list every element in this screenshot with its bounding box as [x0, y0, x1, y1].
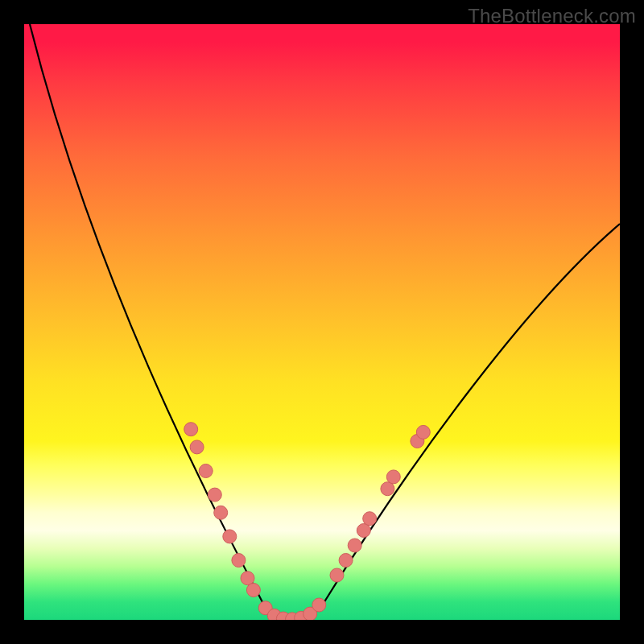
plot-area: [24, 24, 620, 620]
data-marker: [330, 568, 344, 582]
data-marker: [246, 584, 260, 597]
data-marker: [208, 488, 221, 502]
data-marker: [214, 506, 228, 519]
data-marker: [223, 530, 237, 543]
data-marker: [184, 423, 198, 436]
data-marker: [416, 425, 430, 439]
data-marker: [348, 539, 361, 552]
data-marker: [199, 464, 213, 478]
data-marker: [190, 440, 204, 454]
data-marker: [312, 598, 326, 612]
data-marker: [363, 512, 377, 526]
curve-path: [30, 24, 620, 620]
bottleneck-curve: [24, 24, 620, 620]
data-marker: [339, 554, 353, 568]
data-marker: [232, 554, 246, 568]
outer-frame: TheBottleneck.com: [0, 0, 644, 644]
data-marker: [386, 470, 400, 484]
